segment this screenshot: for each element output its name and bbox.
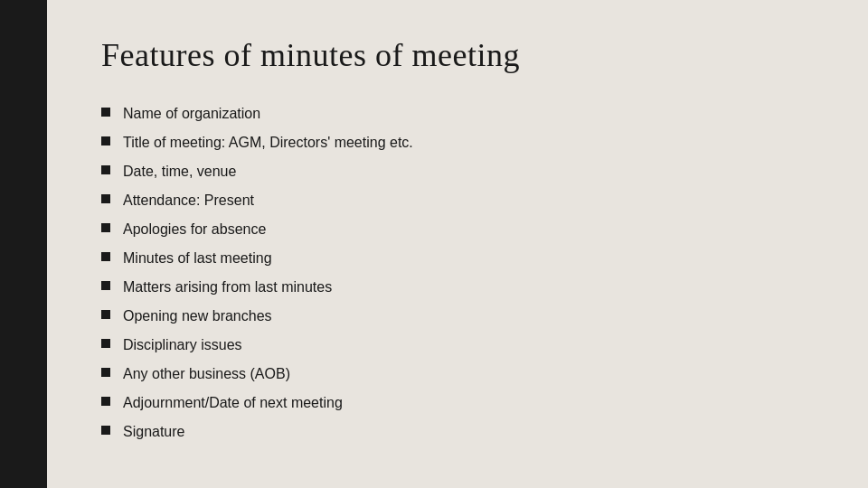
list-item-text: Opening new branches: [123, 305, 272, 327]
bullet-icon: [101, 339, 110, 348]
bullet-icon: [101, 281, 110, 290]
page-title: Features of minutes of meeting: [101, 36, 814, 74]
list-item: Any other business (AOB): [101, 360, 814, 389]
list-item-text: Disciplinary issues: [123, 334, 242, 356]
bullet-icon: [101, 136, 110, 145]
list-item: Matters arising from last minutes: [101, 273, 814, 302]
list-item: Minutes of last meeting: [101, 244, 814, 273]
content-area: Features of minutes of meeting Name of o…: [47, 0, 868, 488]
left-accent-bar: [0, 0, 47, 488]
list-item-text: Title of meeting: AGM, Directors' meetin…: [123, 132, 413, 154]
list-item-text: Any other business (AOB): [123, 363, 290, 385]
list-item-text: Apologies for absence: [123, 219, 266, 240]
list-item: Name of organization: [101, 99, 814, 128]
bullet-icon: [101, 310, 110, 319]
list-item-text: Date, time, venue: [123, 161, 236, 183]
bullet-icon: [101, 368, 110, 377]
bullet-icon: [101, 397, 110, 406]
bullet-icon: [101, 252, 110, 261]
list-item: Title of meeting: AGM, Directors' meetin…: [101, 128, 814, 157]
bullet-icon: [101, 108, 110, 117]
features-list: Name of organizationTitle of meeting: AG…: [101, 99, 814, 446]
list-item-text: Minutes of last meeting: [123, 248, 272, 269]
list-item: Adjournment/Date of next meeting: [101, 389, 814, 418]
bullet-icon: [101, 165, 110, 174]
list-item-text: Adjournment/Date of next meeting: [123, 392, 343, 414]
list-item: Signature: [101, 418, 814, 446]
list-item-text: Attendance: Present: [123, 190, 254, 211]
list-item: Opening new branches: [101, 302, 814, 331]
list-item: Date, time, venue: [101, 157, 814, 186]
list-item-text: Matters arising from last minutes: [123, 277, 332, 298]
list-item: Apologies for absence: [101, 215, 814, 244]
bullet-icon: [101, 194, 110, 203]
list-item: Attendance: Present: [101, 186, 814, 215]
list-item-text: Signature: [123, 421, 185, 443]
list-item: Disciplinary issues: [101, 331, 814, 360]
bullet-icon: [101, 426, 110, 435]
bullet-icon: [101, 223, 110, 232]
list-item-text: Name of organization: [123, 103, 260, 125]
